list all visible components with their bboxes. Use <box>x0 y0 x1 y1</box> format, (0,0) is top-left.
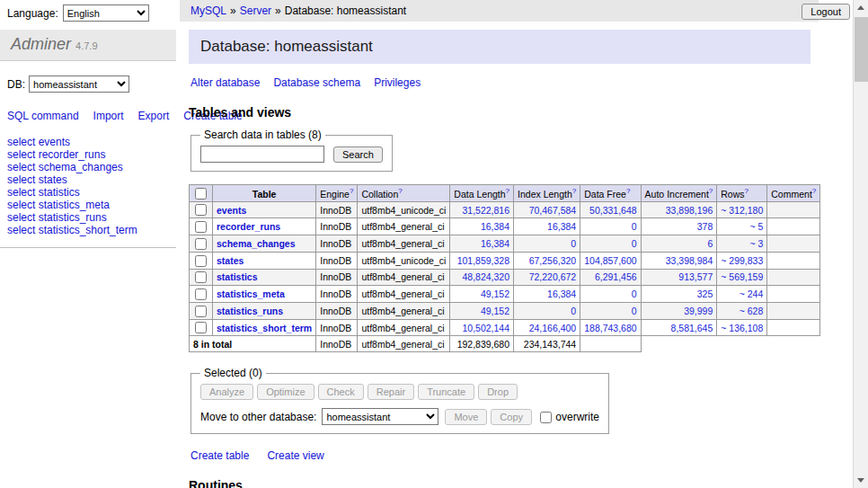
data-free-link[interactable]: 0 <box>632 306 637 316</box>
logout-button[interactable]: Logout <box>802 4 850 20</box>
index-length-link[interactable]: 67,256,320 <box>529 255 577 266</box>
data-free-link[interactable]: 188,743,680 <box>584 323 636 333</box>
table-name-link[interactable]: statistics_runs <box>217 306 283 316</box>
move-button[interactable]: Move <box>445 409 487 425</box>
bulk-action-button[interactable]: Drop <box>478 384 518 400</box>
database-action-link[interactable]: Database schema <box>273 76 360 89</box>
data-length-link[interactable]: 48,824,320 <box>462 271 509 282</box>
row-checkbox[interactable] <box>195 238 207 250</box>
language-select[interactable]: English <box>63 4 149 22</box>
rows-count-link[interactable]: ~ 136,108 <box>721 323 763 333</box>
vertical-scrollbar[interactable] <box>853 0 868 488</box>
rows-count-link[interactable]: ~ 628 <box>740 306 764 316</box>
auto-increment-link[interactable]: 325 <box>697 288 713 299</box>
column-header[interactable]: Index Length? <box>514 185 580 202</box>
search-input[interactable] <box>200 146 324 163</box>
auto-increment-link[interactable]: 39,999 <box>684 306 713 316</box>
bulk-action-button[interactable]: Check <box>318 384 364 400</box>
index-length-link[interactable]: 72,220,672 <box>529 271 577 282</box>
column-help-icon[interactable]: ? <box>350 187 353 195</box>
copy-button[interactable]: Copy <box>491 409 532 425</box>
column-header[interactable]: Collation? <box>358 185 450 202</box>
db-select[interactable]: homeassistant <box>29 75 129 93</box>
data-length-link[interactable]: 31,522,816 <box>462 205 509 216</box>
data-length-link[interactable]: 16,384 <box>481 221 509 232</box>
scroll-down-button[interactable] <box>854 473 868 488</box>
sidebar-table-link[interactable]: select schema_changes <box>7 161 176 173</box>
column-header[interactable]: Comment? <box>767 185 820 202</box>
sidebar-table-link[interactable]: select statistics_meta <box>7 199 176 211</box>
data-length-link[interactable]: 10,502,144 <box>462 323 509 333</box>
auto-increment-link[interactable]: 8,581,645 <box>671 323 713 333</box>
column-header[interactable]: Data Length? <box>450 185 514 202</box>
rows-count-link[interactable]: ~ 299,833 <box>721 255 763 266</box>
sidebar-table-link[interactable]: select events <box>7 136 176 148</box>
row-checkbox[interactable] <box>195 204 207 216</box>
auto-increment-link[interactable]: 378 <box>697 221 713 232</box>
auto-increment-link[interactable]: 913,577 <box>678 271 713 282</box>
column-help-icon[interactable]: ? <box>709 187 713 195</box>
data-length-link[interactable]: 49,152 <box>481 306 509 316</box>
rows-count-link[interactable]: ~ 312,180 <box>721 205 763 216</box>
sidebar-table-link[interactable]: select states <box>7 173 176 186</box>
table-name-link[interactable]: statistics_meta <box>217 288 285 299</box>
select-all-checkbox[interactable] <box>195 188 207 200</box>
move-db-select[interactable]: homeassistant <box>322 408 438 425</box>
column-header[interactable]: Engine? <box>316 185 358 202</box>
sidebar-link[interactable]: Export <box>138 110 170 122</box>
column-help-icon[interactable]: ? <box>572 187 576 195</box>
sidebar-table-link[interactable]: select statistics_short_term <box>7 224 176 236</box>
rows-count-link[interactable]: ~ 569,159 <box>721 271 763 282</box>
overwrite-checkbox[interactable] <box>540 412 552 423</box>
row-checkbox[interactable] <box>195 271 207 283</box>
column-header[interactable]: Auto Increment? <box>641 185 717 202</box>
column-help-icon[interactable]: ? <box>506 187 509 195</box>
search-button[interactable]: Search <box>333 146 383 163</box>
breadcrumb-link-server[interactable]: Server <box>240 4 271 17</box>
table-name-link[interactable]: schema_changes <box>217 238 296 249</box>
table-name-link[interactable]: statistics <box>217 271 258 282</box>
table-name-link[interactable]: states <box>217 255 244 266</box>
database-action-link[interactable]: Alter database <box>190 76 260 89</box>
data-length-link[interactable]: 49,152 <box>481 288 509 299</box>
sidebar-link[interactable]: SQL command <box>7 110 79 122</box>
auto-increment-link[interactable]: 33,898,196 <box>666 205 713 216</box>
scrollbar-thumb[interactable] <box>855 17 868 82</box>
bulk-action-button[interactable]: Truncate <box>418 384 474 400</box>
auto-increment-link[interactable]: 6 <box>707 238 713 249</box>
data-length-link[interactable]: 16,384 <box>481 238 509 249</box>
column-header[interactable]: Table <box>213 185 316 202</box>
index-length-link[interactable]: 70,467,584 <box>529 205 577 216</box>
column-help-icon[interactable]: ? <box>398 187 402 195</box>
auto-increment-link[interactable]: 33,398,984 <box>666 255 713 266</box>
row-checkbox[interactable] <box>195 221 207 233</box>
table-name-link[interactable]: recorder_runs <box>217 221 280 232</box>
data-free-link[interactable]: 104,857,600 <box>584 255 636 266</box>
create-link[interactable]: Create view <box>267 449 323 462</box>
data-length-link[interactable]: 101,859,328 <box>457 255 509 266</box>
rows-count-link[interactable]: ~ 244 <box>740 288 764 299</box>
index-length-link[interactable]: 0 <box>571 306 576 316</box>
bulk-action-button[interactable]: Analyze <box>200 384 253 400</box>
row-checkbox[interactable] <box>195 288 207 300</box>
bulk-action-button[interactable]: Optimize <box>257 384 314 400</box>
table-name-link[interactable]: events <box>217 205 246 216</box>
table-name-link[interactable]: statistics_short_term <box>217 323 312 333</box>
index-length-link[interactable]: 24,166,400 <box>529 323 577 333</box>
data-free-link[interactable]: 6,291,456 <box>595 271 637 282</box>
database-action-link[interactable]: Privileges <box>374 76 421 89</box>
index-length-link[interactable]: 0 <box>571 238 576 249</box>
data-free-link[interactable]: 0 <box>632 288 637 299</box>
scroll-up-button[interactable] <box>854 0 868 15</box>
rows-count-link[interactable]: ~ 3 <box>749 238 763 249</box>
sidebar-table-link[interactable]: select recorder_runs <box>7 148 176 161</box>
column-header[interactable]: Data Free? <box>580 185 641 202</box>
row-checkbox[interactable] <box>195 255 207 267</box>
index-length-link[interactable]: 16,384 <box>547 221 576 232</box>
column-help-icon[interactable]: ? <box>745 187 748 195</box>
data-free-link[interactable]: 50,331,648 <box>589 205 637 216</box>
column-header[interactable]: Rows? <box>717 185 767 202</box>
data-free-link[interactable]: 0 <box>632 238 637 249</box>
sidebar-table-link[interactable]: select statistics_runs <box>7 211 176 224</box>
bulk-action-button[interactable]: Repair <box>368 384 414 400</box>
